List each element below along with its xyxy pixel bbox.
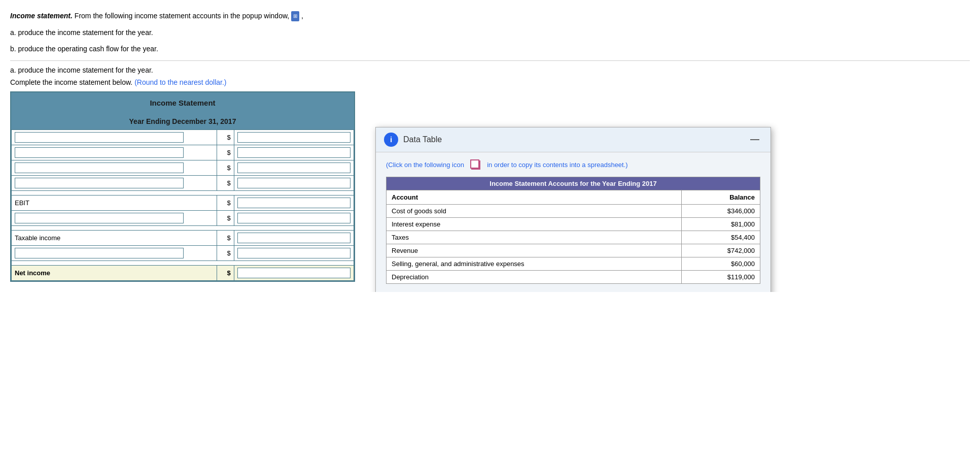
grid-icon[interactable]: ⊞ bbox=[291, 11, 299, 21]
row1-value-input[interactable] bbox=[237, 132, 351, 143]
income-statement-table: $ $ bbox=[11, 129, 354, 281]
spacer-row-2 bbox=[12, 225, 354, 230]
row2-label-input[interactable] bbox=[15, 147, 184, 158]
taxable-dollar: $ bbox=[217, 230, 234, 245]
row4-value-input[interactable] bbox=[237, 178, 351, 188]
row3-value-input[interactable] bbox=[237, 162, 351, 173]
copy-note-prefix: (Click on the following icon bbox=[386, 161, 464, 169]
account-cell: Depreciation bbox=[387, 270, 682, 283]
row3-value-cell bbox=[234, 160, 354, 175]
ebit-row: EBIT $ bbox=[12, 195, 354, 210]
main-layout: a. produce the income statement for the … bbox=[10, 66, 970, 282]
section-a-header: a. produce the income statement for the … bbox=[10, 66, 375, 74]
table-row: $ bbox=[12, 175, 354, 190]
table-row: $ bbox=[12, 160, 354, 175]
row4-label-cell bbox=[12, 175, 217, 190]
copy-note-suffix: in order to copy its contents into a spr… bbox=[487, 161, 628, 169]
net-income-row: Net income $ bbox=[12, 265, 354, 280]
balance-cell: $346,000 bbox=[682, 204, 760, 217]
complete-text: Complete the income statement below. (Ro… bbox=[10, 78, 375, 86]
taxes-label-input[interactable] bbox=[15, 248, 184, 258]
income-statement-title: Income Statement bbox=[11, 92, 354, 113]
table-row: $ bbox=[12, 129, 354, 145]
interest-label-input[interactable] bbox=[15, 213, 184, 223]
interest-value-input[interactable] bbox=[237, 213, 351, 223]
net-income-label: Net income bbox=[12, 265, 217, 280]
balance-cell: $60,000 bbox=[682, 257, 760, 270]
income-statement-container: Income Statement Year Ending December 31… bbox=[10, 91, 355, 282]
ebit-dollar: $ bbox=[217, 195, 234, 210]
row4-dollar: $ bbox=[217, 175, 234, 190]
point-b-text: b. produce the operating cash flow for t… bbox=[10, 43, 970, 55]
taxes-dollar: $ bbox=[217, 245, 234, 260]
interest-row: $ bbox=[12, 210, 354, 225]
interest-label-cell bbox=[12, 210, 217, 225]
data-table: Income Statement Accounts for the Year E… bbox=[386, 177, 760, 284]
row1-label-input[interactable] bbox=[15, 132, 184, 143]
data-table-header-row: Income Statement Accounts for the Year E… bbox=[387, 177, 760, 190]
copy-icon[interactable] bbox=[471, 160, 480, 170]
table-row: Depreciation$119,000 bbox=[387, 270, 760, 283]
table-row: Taxes$54,400 bbox=[387, 231, 760, 244]
account-cell: Cost of goods sold bbox=[387, 204, 682, 217]
row4-label-input[interactable] bbox=[15, 178, 184, 188]
taxes-label-cell bbox=[12, 245, 217, 260]
row2-value-input[interactable] bbox=[237, 147, 351, 158]
account-cell: Revenue bbox=[387, 244, 682, 257]
spacer-cell-2 bbox=[12, 225, 354, 230]
col-account-header: Account bbox=[387, 190, 682, 204]
spacer-cell-3 bbox=[12, 260, 354, 265]
table-row: Cost of goods sold$346,000 bbox=[387, 204, 760, 217]
left-panel: a. produce the income statement for the … bbox=[10, 66, 375, 282]
minimize-button[interactable]: — bbox=[747, 134, 762, 145]
ebit-label: EBIT bbox=[12, 195, 217, 210]
interest-dollar: $ bbox=[217, 210, 234, 225]
row3-label-input[interactable] bbox=[15, 162, 184, 173]
intro-bold-italic: Income statement. bbox=[10, 12, 73, 20]
ebit-value-input[interactable] bbox=[237, 198, 351, 208]
row3-label-cell bbox=[12, 160, 217, 175]
table-row: Revenue$742,000 bbox=[387, 244, 760, 257]
row3-dollar: $ bbox=[217, 160, 234, 175]
taxable-value-input[interactable] bbox=[237, 233, 351, 243]
spacer-row bbox=[12, 190, 354, 195]
account-cell: Selling, general, and administrative exp… bbox=[387, 257, 682, 270]
popup-header-left: i Data Table bbox=[384, 133, 442, 147]
ebit-value-cell bbox=[234, 195, 354, 210]
account-cell: Interest expense bbox=[387, 217, 682, 231]
row2-value-cell bbox=[234, 145, 354, 160]
row2-dollar: $ bbox=[217, 145, 234, 160]
taxes-value-cell bbox=[234, 245, 354, 260]
spacer-row-3 bbox=[12, 260, 354, 265]
taxable-value-cell bbox=[234, 230, 354, 245]
row2-label-cell bbox=[12, 145, 217, 160]
col-balance-header: Balance bbox=[682, 190, 760, 204]
net-income-dollar: $ bbox=[217, 265, 234, 280]
popup-title: Data Table bbox=[403, 135, 442, 144]
intro-text: From the following income statement acco… bbox=[75, 12, 289, 20]
complete-label: Complete the income statement below. bbox=[10, 78, 132, 86]
table-row: $ bbox=[12, 145, 354, 160]
spacer-cell bbox=[12, 190, 354, 195]
balance-cell: $81,000 bbox=[682, 217, 760, 231]
popup-overlay: i Data Table — (Click on the following i… bbox=[375, 127, 771, 292]
interest-value-cell bbox=[234, 210, 354, 225]
taxes-row: $ bbox=[12, 245, 354, 260]
balance-cell: $54,400 bbox=[682, 231, 760, 244]
taxable-income-row: Taxable income $ bbox=[12, 230, 354, 245]
page-content: Income statement. From the following inc… bbox=[10, 10, 970, 282]
table-row: Interest expense$81,000 bbox=[387, 217, 760, 231]
taxes-value-input[interactable] bbox=[237, 248, 351, 258]
balance-cell: $119,000 bbox=[682, 270, 760, 283]
row1-label-cell bbox=[12, 129, 217, 145]
point-a-text: a. produce the income statement for the … bbox=[10, 26, 970, 39]
net-income-value-cell bbox=[234, 265, 354, 280]
account-cell: Taxes bbox=[387, 231, 682, 244]
popup-body: (Click on the following icon in order to… bbox=[376, 152, 771, 292]
row1-dollar: $ bbox=[217, 129, 234, 145]
net-income-value-input[interactable] bbox=[237, 268, 351, 278]
row1-value-cell bbox=[234, 129, 354, 145]
income-statement-subtitle: Year Ending December 31, 2017 bbox=[11, 113, 354, 129]
info-icon: i bbox=[384, 133, 398, 147]
divider-1 bbox=[10, 60, 970, 61]
